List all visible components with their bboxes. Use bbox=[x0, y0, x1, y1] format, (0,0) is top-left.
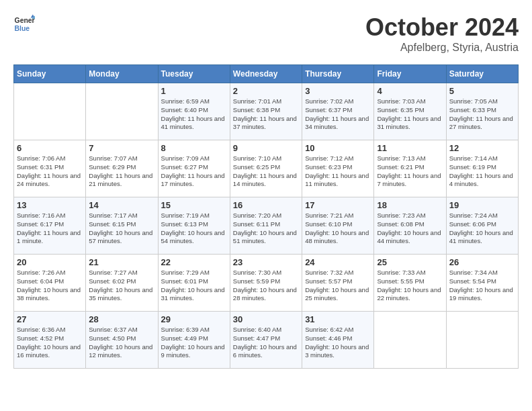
day-number: 4 bbox=[377, 86, 443, 96]
calendar-cell: 15Sunrise: 7:19 AM Sunset: 6:13 PM Dayli… bbox=[158, 197, 230, 255]
page-header: General Blue October 2024 Apfelberg, Sty… bbox=[13, 13, 519, 54]
calendar-cell: 2Sunrise: 7:01 AM Sunset: 6:38 PM Daylig… bbox=[230, 83, 302, 140]
calendar-cell: 28Sunrise: 6:37 AM Sunset: 4:50 PM Dayli… bbox=[86, 312, 158, 369]
day-number: 31 bbox=[305, 314, 371, 324]
calendar-cell: 3Sunrise: 7:02 AM Sunset: 6:37 PM Daylig… bbox=[302, 83, 374, 140]
calendar-week-row: 6Sunrise: 7:06 AM Sunset: 6:31 PM Daylig… bbox=[14, 140, 519, 197]
calendar-cell bbox=[14, 83, 86, 140]
day-info: Sunrise: 7:09 AM Sunset: 6:27 PM Dayligh… bbox=[161, 154, 227, 189]
day-number: 1 bbox=[161, 86, 227, 96]
day-info: Sunrise: 7:33 AM Sunset: 5:55 PM Dayligh… bbox=[377, 269, 443, 303]
month-title: October 2024 bbox=[365, 13, 519, 42]
calendar-header-row: SundayMondayTuesdayWednesdayThursdayFrid… bbox=[14, 65, 519, 83]
calendar-cell: 19Sunrise: 7:24 AM Sunset: 6:06 PM Dayli… bbox=[446, 197, 518, 255]
svg-text:Blue: Blue bbox=[15, 25, 30, 32]
day-info: Sunrise: 7:23 AM Sunset: 6:08 PM Dayligh… bbox=[377, 212, 443, 246]
calendar-cell: 25Sunrise: 7:33 AM Sunset: 5:55 PM Dayli… bbox=[374, 255, 446, 312]
day-number: 3 bbox=[305, 86, 371, 96]
day-info: Sunrise: 7:20 AM Sunset: 6:11 PM Dayligh… bbox=[233, 212, 299, 246]
day-number: 15 bbox=[161, 200, 227, 210]
calendar-cell: 26Sunrise: 7:34 AM Sunset: 5:54 PM Dayli… bbox=[446, 255, 518, 312]
day-number: 7 bbox=[89, 143, 154, 153]
day-of-week-header: Wednesday bbox=[230, 65, 302, 83]
day-info: Sunrise: 7:27 AM Sunset: 6:02 PM Dayligh… bbox=[89, 269, 154, 303]
day-number: 6 bbox=[17, 143, 83, 153]
calendar-cell: 11Sunrise: 7:13 AM Sunset: 6:21 PM Dayli… bbox=[374, 140, 446, 197]
day-number: 18 bbox=[377, 200, 443, 210]
calendar-cell bbox=[446, 312, 518, 369]
day-info: Sunrise: 7:03 AM Sunset: 6:35 PM Dayligh… bbox=[377, 97, 443, 132]
day-info: Sunrise: 7:29 AM Sunset: 6:01 PM Dayligh… bbox=[161, 269, 227, 303]
day-of-week-header: Sunday bbox=[14, 65, 86, 83]
day-number: 22 bbox=[161, 257, 227, 267]
calendar-cell: 5Sunrise: 7:05 AM Sunset: 6:33 PM Daylig… bbox=[446, 83, 518, 140]
day-info: Sunrise: 6:37 AM Sunset: 4:50 PM Dayligh… bbox=[89, 326, 154, 360]
day-number: 28 bbox=[89, 314, 154, 324]
day-info: Sunrise: 7:30 AM Sunset: 5:59 PM Dayligh… bbox=[233, 269, 299, 303]
day-number: 26 bbox=[449, 257, 515, 267]
calendar-cell: 20Sunrise: 7:26 AM Sunset: 6:04 PM Dayli… bbox=[14, 255, 86, 312]
day-number: 21 bbox=[89, 257, 154, 267]
calendar-cell: 23Sunrise: 7:30 AM Sunset: 5:59 PM Dayli… bbox=[230, 255, 302, 312]
day-info: Sunrise: 6:42 AM Sunset: 4:46 PM Dayligh… bbox=[305, 326, 371, 360]
day-info: Sunrise: 7:16 AM Sunset: 6:17 PM Dayligh… bbox=[17, 212, 83, 246]
day-info: Sunrise: 7:26 AM Sunset: 6:04 PM Dayligh… bbox=[17, 269, 83, 303]
location-subtitle: Apfelberg, Styria, Austria bbox=[365, 42, 519, 54]
calendar-cell: 4Sunrise: 7:03 AM Sunset: 6:35 PM Daylig… bbox=[374, 83, 446, 140]
calendar-cell: 6Sunrise: 7:06 AM Sunset: 6:31 PM Daylig… bbox=[14, 140, 86, 197]
calendar-cell: 27Sunrise: 6:36 AM Sunset: 4:52 PM Dayli… bbox=[14, 312, 86, 369]
day-info: Sunrise: 7:34 AM Sunset: 5:54 PM Dayligh… bbox=[449, 269, 515, 303]
day-of-week-header: Friday bbox=[374, 65, 446, 83]
calendar-cell: 14Sunrise: 7:17 AM Sunset: 6:15 PM Dayli… bbox=[86, 197, 158, 255]
calendar-cell: 29Sunrise: 6:39 AM Sunset: 4:49 PM Dayli… bbox=[158, 312, 230, 369]
day-of-week-header: Saturday bbox=[446, 65, 518, 83]
day-info: Sunrise: 7:21 AM Sunset: 6:10 PM Dayligh… bbox=[305, 212, 371, 246]
day-number: 12 bbox=[449, 143, 515, 153]
day-number: 10 bbox=[305, 143, 371, 153]
day-of-week-header: Tuesday bbox=[158, 65, 230, 83]
title-block: October 2024 Apfelberg, Styria, Austria bbox=[365, 13, 519, 54]
calendar-cell: 30Sunrise: 6:40 AM Sunset: 4:47 PM Dayli… bbox=[230, 312, 302, 369]
day-of-week-header: Thursday bbox=[302, 65, 374, 83]
calendar-week-row: 13Sunrise: 7:16 AM Sunset: 6:17 PM Dayli… bbox=[14, 197, 519, 255]
day-info: Sunrise: 7:12 AM Sunset: 6:23 PM Dayligh… bbox=[305, 154, 371, 189]
calendar-week-row: 1Sunrise: 6:59 AM Sunset: 6:40 PM Daylig… bbox=[14, 83, 519, 140]
day-number: 8 bbox=[161, 143, 227, 153]
day-number: 25 bbox=[377, 257, 443, 267]
day-number: 24 bbox=[305, 257, 371, 267]
day-info: Sunrise: 7:32 AM Sunset: 5:57 PM Dayligh… bbox=[305, 269, 371, 303]
logo-icon: General Blue bbox=[13, 13, 35, 35]
day-info: Sunrise: 6:36 AM Sunset: 4:52 PM Dayligh… bbox=[17, 326, 83, 360]
day-of-week-header: Monday bbox=[86, 65, 158, 83]
calendar-cell: 1Sunrise: 6:59 AM Sunset: 6:40 PM Daylig… bbox=[158, 83, 230, 140]
day-info: Sunrise: 7:10 AM Sunset: 6:25 PM Dayligh… bbox=[233, 154, 299, 189]
logo: General Blue bbox=[13, 13, 35, 35]
calendar-cell: 9Sunrise: 7:10 AM Sunset: 6:25 PM Daylig… bbox=[230, 140, 302, 197]
day-number: 23 bbox=[233, 257, 299, 267]
calendar-cell bbox=[374, 312, 446, 369]
calendar-cell bbox=[86, 83, 158, 140]
calendar-cell: 22Sunrise: 7:29 AM Sunset: 6:01 PM Dayli… bbox=[158, 255, 230, 312]
day-info: Sunrise: 6:59 AM Sunset: 6:40 PM Dayligh… bbox=[161, 97, 227, 132]
calendar-table: SundayMondayTuesdayWednesdayThursdayFrid… bbox=[13, 64, 519, 369]
calendar-cell: 12Sunrise: 7:14 AM Sunset: 6:19 PM Dayli… bbox=[446, 140, 518, 197]
day-info: Sunrise: 7:17 AM Sunset: 6:15 PM Dayligh… bbox=[89, 212, 154, 246]
day-info: Sunrise: 7:05 AM Sunset: 6:33 PM Dayligh… bbox=[449, 97, 515, 132]
calendar-cell: 16Sunrise: 7:20 AM Sunset: 6:11 PM Dayli… bbox=[230, 197, 302, 255]
day-number: 9 bbox=[233, 143, 299, 153]
day-info: Sunrise: 7:14 AM Sunset: 6:19 PM Dayligh… bbox=[449, 154, 515, 189]
day-number: 14 bbox=[89, 200, 154, 210]
calendar-cell: 31Sunrise: 6:42 AM Sunset: 4:46 PM Dayli… bbox=[302, 312, 374, 369]
day-number: 19 bbox=[449, 200, 515, 210]
calendar-cell: 7Sunrise: 7:07 AM Sunset: 6:29 PM Daylig… bbox=[86, 140, 158, 197]
day-info: Sunrise: 7:13 AM Sunset: 6:21 PM Dayligh… bbox=[377, 154, 443, 189]
day-number: 5 bbox=[449, 86, 515, 96]
day-number: 29 bbox=[161, 314, 227, 324]
day-info: Sunrise: 7:06 AM Sunset: 6:31 PM Dayligh… bbox=[17, 154, 83, 189]
calendar-cell: 21Sunrise: 7:27 AM Sunset: 6:02 PM Dayli… bbox=[86, 255, 158, 312]
calendar-week-row: 20Sunrise: 7:26 AM Sunset: 6:04 PM Dayli… bbox=[14, 255, 519, 312]
day-number: 30 bbox=[233, 314, 299, 324]
svg-text:General: General bbox=[15, 17, 35, 24]
day-number: 20 bbox=[17, 257, 83, 267]
day-number: 11 bbox=[377, 143, 443, 153]
